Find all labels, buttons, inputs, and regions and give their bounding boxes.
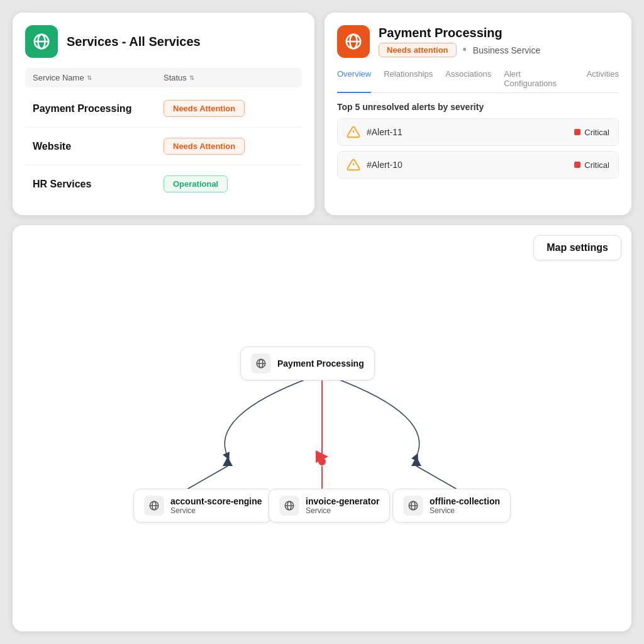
service-name-3: HR Services	[33, 179, 164, 190]
alert-triangle-icon-2	[347, 158, 360, 172]
services-card: Services - All Services Service Name ⇅ S…	[13, 13, 314, 215]
svg-line-13	[416, 466, 460, 491]
alert-name-2: #Alert-10	[367, 160, 402, 170]
critical-badge-2: Critical	[574, 160, 609, 170]
services-app-icon	[25, 25, 58, 58]
svg-line-11	[184, 466, 228, 491]
alert-triangle-icon	[347, 125, 360, 139]
status-badge-2: Needs Attention	[164, 138, 245, 155]
child-node-1-label: account-score-engine Service	[170, 496, 262, 515]
alerts-section-title: Top 5 unresolved alerts by severity	[337, 102, 619, 112]
svg-point-17	[318, 458, 326, 465]
tab-overview[interactable]: Overview	[337, 65, 371, 93]
services-card-header: Services - All Services	[25, 25, 302, 58]
svg-marker-19	[411, 457, 421, 466]
detail-tabs: Overview Relationships Associations Aler…	[337, 65, 619, 93]
status-badge-1: Needs Attention	[164, 100, 245, 117]
alert-row-2[interactable]: #Alert-10 Critical	[337, 151, 619, 179]
child-node-3[interactable]: offline-collection Service	[392, 489, 511, 523]
critical-dot-2	[574, 162, 580, 168]
needs-attention-badge: Needs attention	[379, 43, 457, 57]
child-node-1-icon	[144, 496, 164, 516]
table-header: Service Name ⇅ Status ⇅	[25, 68, 302, 87]
globe-icon	[32, 32, 51, 51]
detail-card: Payment Processing Needs attention • Bus…	[325, 13, 631, 215]
child-node-1[interactable]: account-score-engine Service	[133, 489, 272, 523]
service-name-1: Payment Processing	[33, 103, 164, 114]
svg-marker-18	[223, 457, 233, 466]
detail-app-icon	[337, 25, 370, 58]
child-node-2[interactable]: invoice-generator Service	[269, 489, 390, 523]
alert-left-2: #Alert-10	[347, 158, 402, 172]
globe-icon-orange	[344, 32, 363, 51]
map-area: Payment Processing account-score-engine …	[25, 238, 619, 619]
map-card: Map settings	[13, 225, 631, 631]
root-node-label: Payment Processing	[277, 358, 364, 369]
service-type: Business Service	[473, 45, 540, 55]
critical-dot-1	[574, 129, 580, 135]
status-header: Status ⇅	[164, 73, 294, 82]
critical-badge-1: Critical	[574, 128, 609, 137]
alert-name-1: #Alert-11	[367, 127, 402, 137]
root-node[interactable]: Payment Processing	[240, 347, 375, 380]
sort-icon-name: ⇅	[87, 74, 92, 81]
alert-row-1[interactable]: #Alert-11 Critical	[337, 118, 619, 146]
tab-alert-configurations[interactable]: Alert Configurations	[504, 65, 574, 93]
table-row[interactable]: Payment Processing Needs Attention	[25, 90, 302, 128]
service-name-2: Website	[33, 141, 164, 152]
child-node-2-icon	[279, 496, 299, 516]
tab-activities[interactable]: Activities	[587, 65, 619, 93]
flow-diagram: Payment Processing account-score-engine …	[133, 340, 511, 529]
tab-relationships[interactable]: Relationships	[384, 65, 433, 93]
table-row[interactable]: HR Services Operational	[25, 165, 302, 203]
service-name-header: Service Name ⇅	[33, 73, 164, 82]
services-card-title: Services - All Services	[67, 35, 201, 49]
detail-header: Payment Processing Needs attention • Bus…	[337, 25, 619, 58]
root-node-icon	[251, 353, 271, 374]
detail-title: Payment Processing	[379, 26, 540, 40]
dot-separator: •	[463, 43, 467, 57]
tab-associations[interactable]: Associations	[445, 65, 491, 93]
globe-icon-child3	[408, 500, 419, 511]
globe-icon-child2	[284, 500, 295, 511]
alert-left-1: #Alert-11	[347, 125, 402, 139]
table-row[interactable]: Website Needs Attention	[25, 128, 302, 165]
child-node-2-label: invoice-generator Service	[306, 496, 379, 515]
sort-icon-status: ⇅	[189, 74, 194, 81]
status-badge-3: Operational	[164, 175, 228, 192]
child-node-3-label: offline-collection Service	[430, 496, 500, 515]
detail-title-group: Payment Processing Needs attention • Bus…	[379, 26, 540, 57]
globe-icon-child1	[148, 500, 160, 511]
detail-meta: Needs attention • Business Service	[379, 43, 540, 57]
globe-icon-node	[255, 358, 267, 369]
child-node-3-icon	[403, 496, 423, 516]
